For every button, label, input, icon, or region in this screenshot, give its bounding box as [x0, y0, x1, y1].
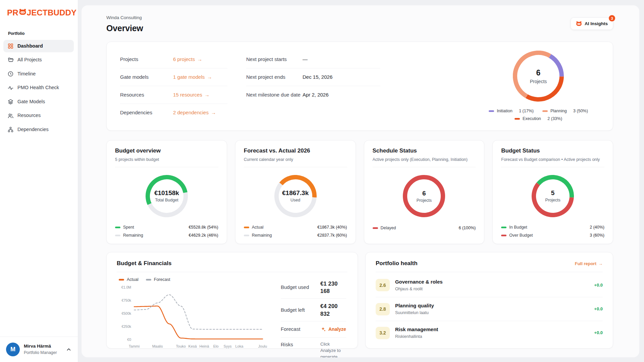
score-badge: 2.6 — [376, 279, 390, 291]
sidebar-item-label: All Projects — [17, 57, 42, 63]
fin-label: Risks — [281, 341, 320, 348]
stat-label: Resources — [120, 92, 173, 98]
sidebar-item-timeline[interactable]: Timeline — [3, 68, 74, 80]
fin-note: Click Analyze to generate insights — [320, 341, 346, 357]
folder-icon — [7, 57, 14, 63]
legend-dash — [119, 279, 124, 281]
legend-row: Delayed 6 (100%) — [373, 225, 476, 231]
sidebar-item-label: Gate Models — [17, 99, 45, 105]
budget-overview-donut: €10158k Total Budget — [146, 175, 188, 217]
stat-label: Gate models — [120, 74, 173, 80]
sidebar-item-label: Timeline — [17, 71, 36, 77]
fin-label: Budget used — [281, 284, 320, 291]
sidebar-item-dashboard[interactable]: Dashboard — [3, 40, 74, 53]
user-menu[interactable]: M Mirva Härmä Portfolio Manager — [0, 337, 78, 362]
schedule-status-card: Schedule Status Active projects only (Ex… — [364, 140, 485, 244]
fin-value: €1 230 168 — [320, 280, 346, 295]
page-header: Winda Consulting Overview AI Insights 3 — [106, 15, 613, 34]
metric-cards-row: Budget overview 5 projects within budget… — [106, 140, 613, 244]
portfolio-health-items: 2.6 Governance & roles Ohjaus & roolit +… — [376, 274, 603, 345]
legend-dash — [373, 227, 378, 229]
summary-stats-right: Next project starts — Next project ends … — [246, 51, 380, 123]
svg-text:Kesä: Kesä — [189, 344, 197, 348]
stat-row-gate-models: Gate models 1 gate models→ — [120, 68, 227, 86]
logo-text-post: JECTBUDDY — [27, 7, 76, 18]
health-item-planning: 2.8 Planning quality Suunnittelun laatu … — [376, 297, 603, 321]
donut-center-label: Total Budget — [155, 197, 178, 203]
stat-label: Next project ends — [246, 74, 303, 80]
legend-dash — [515, 118, 520, 120]
sidebar-item-pmo-health-check[interactable]: PMO Health Check — [3, 81, 74, 94]
svg-text:€500k: €500k — [121, 311, 131, 315]
stat-value: — — [303, 56, 308, 63]
card-legend: Spent €5528.8k (54%) Remaining €4629.2k … — [115, 225, 218, 238]
card-title: Portfolio health — [376, 260, 418, 267]
budget-financials-line-chart: €1.0M€750k€500k€250k€0TammiMaalisToukoKe… — [117, 283, 269, 350]
portfolio-health-header: Portfolio health Full report→ — [376, 260, 603, 267]
chart-zone: 5 Projects — [501, 167, 604, 225]
sidebar-nav: Dashboard All Projects Timeline PMO Heal… — [0, 40, 78, 136]
health-item-title: Planning quality — [395, 302, 434, 309]
health-item-delta: +0.0 — [594, 306, 603, 312]
card-legend: In Budget 2 (40%) Over Budget 3 (60%) — [501, 225, 604, 238]
avatar: M — [6, 343, 20, 356]
portfolio-summary-card: Projects 6 projects→ Gate models 1 gate … — [106, 42, 613, 131]
page-title: Overview — [106, 23, 143, 34]
financials-body: Actual Forecast €1.0M€750k€500k€250k€0Ta… — [117, 272, 347, 357]
stat-row-resources: Resources 15 resources→ — [120, 86, 227, 104]
budget-overview-card: Budget overview 5 projects within budget… — [106, 140, 227, 244]
stat-row-dependencies: Dependencies 2 dependencies→ — [120, 104, 227, 122]
sidebar-item-resources[interactable]: Resources — [3, 109, 74, 122]
sparkle-icon — [320, 326, 326, 332]
budget-status-donut: 5 Projects — [532, 175, 574, 217]
analyze-button[interactable]: Analyze — [320, 326, 346, 333]
gate-models-link[interactable]: 1 gate models→ — [173, 74, 212, 80]
legend-dash — [244, 235, 249, 236]
svg-text:€1.0M: €1.0M — [121, 285, 131, 289]
legend-dash — [115, 235, 120, 236]
svg-text:€250k: €250k — [121, 324, 131, 328]
donut-center-value: 5 — [551, 189, 555, 197]
hierarchy-icon — [7, 126, 14, 133]
clock-icon — [7, 71, 14, 77]
forecast-actual-card: Forecast vs. Actual 2026 Current calenda… — [235, 140, 356, 244]
health-item-delta: +0.0 — [594, 282, 603, 288]
sidebar-item-all-projects[interactable]: All Projects — [3, 54, 74, 66]
donut-center-value: €1867.3k — [282, 189, 309, 197]
sidebar-item-gate-models[interactable]: Gate Models — [3, 96, 74, 108]
chevron-up-icon — [66, 347, 72, 353]
svg-text:Tammi: Tammi — [129, 344, 140, 348]
robot-icon — [576, 21, 582, 26]
app-logo[interactable]: PR JECTBUDDY — [0, 0, 78, 18]
financials-table: Budget used €1 230 168 Budget left €4 20… — [281, 276, 347, 357]
line-chart-legend: Actual Forecast — [119, 277, 269, 283]
arrow-right-icon: → — [207, 74, 212, 80]
donut-center-label: Used — [290, 197, 300, 203]
health-item-subtitle: Suunnittelun laatu — [395, 310, 434, 316]
full-report-link[interactable]: Full report→ — [575, 261, 603, 267]
health-item-governance: 2.6 Governance & roles Ohjaus & roolit +… — [376, 274, 603, 297]
donut-center-label: Projects — [417, 198, 432, 203]
dependencies-link[interactable]: 2 dependencies→ — [173, 109, 216, 116]
stat-row-next-milestone: Next milestone due date Apr 2, 2026 — [246, 86, 380, 104]
legend-row: Remaining €2837.7k (60%) — [244, 233, 347, 238]
score-badge: 3.2 — [376, 327, 390, 339]
sidebar-item-dependencies[interactable]: Dependencies — [3, 123, 74, 136]
arrow-right-icon: → — [211, 109, 216, 116]
card-title: Schedule Status — [373, 147, 476, 155]
ai-insights-button[interactable]: AI Insights 3 — [571, 17, 613, 30]
health-item-subtitle: Riskienhallinta — [395, 334, 438, 340]
card-subtitle: Active projects only (Execution, Plannin… — [373, 157, 476, 163]
svg-text:Elo: Elo — [213, 344, 219, 348]
projects-link[interactable]: 6 projects→ — [173, 56, 202, 63]
financials-chart-zone: Actual Forecast €1.0M€750k€500k€250k€0Ta… — [117, 276, 269, 357]
page-header-titles: Winda Consulting Overview — [106, 15, 143, 34]
legend-dash — [489, 110, 494, 112]
card-subtitle: 5 projects within budget — [115, 157, 218, 163]
nav-section-label: Portfolio — [0, 18, 78, 40]
svg-text:Touko: Touko — [176, 344, 186, 348]
summary-stats-left: Projects 6 projects→ Gate models 1 gate … — [120, 51, 227, 123]
health-item-subtitle: Ohjaus & roolit — [395, 286, 443, 292]
resources-link[interactable]: 15 resources→ — [173, 92, 210, 98]
card-title: Budget overview — [115, 147, 218, 155]
